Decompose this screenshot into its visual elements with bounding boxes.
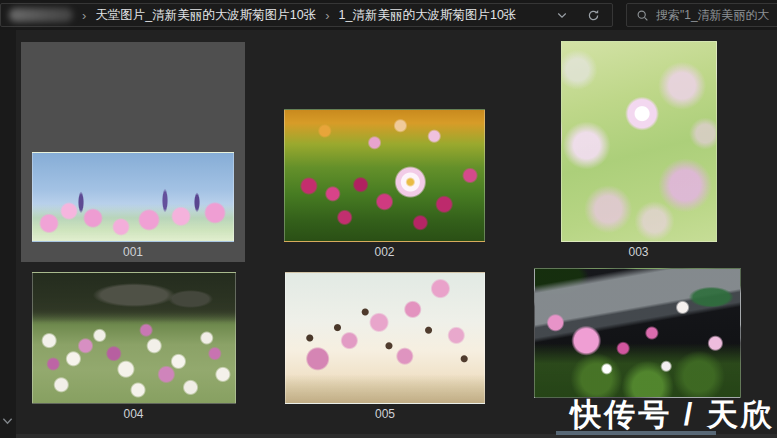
file-item-002[interactable]: 002 xyxy=(263,42,506,262)
breadcrumb-item-current[interactable]: 1_清新美丽的大波斯菊图片10张 xyxy=(339,7,517,24)
file-item-005[interactable]: 005 xyxy=(265,268,505,424)
thumbnail-001[interactable] xyxy=(32,152,234,242)
breadcrumb-separator-icon[interactable]: › xyxy=(325,9,329,22)
redacted-breadcrumb-segment xyxy=(9,8,73,22)
address-bar[interactable]: › 天堂图片_清新美丽的大波斯菊图片10张 › 1_清新美丽的大波斯菊图片10张 xyxy=(0,3,613,27)
explorer-toolbar: › 天堂图片_清新美丽的大波斯菊图片10张 › 1_清新美丽的大波斯菊图片10张 xyxy=(0,0,777,30)
thumbnail-004[interactable] xyxy=(32,272,236,404)
left-gutter xyxy=(0,30,16,438)
breadcrumb-item-parent[interactable]: 天堂图片_清新美丽的大波斯菊图片10张 xyxy=(95,7,316,24)
address-dropdown-button[interactable] xyxy=(551,4,573,26)
file-label-003: 003 xyxy=(628,242,648,262)
thumbnail-006[interactable] xyxy=(534,268,741,398)
chevron-down-icon xyxy=(556,9,568,21)
file-label-005: 005 xyxy=(375,404,395,424)
refresh-button[interactable] xyxy=(582,4,604,26)
thumbnail-005[interactable] xyxy=(285,272,485,404)
refresh-icon xyxy=(587,9,600,22)
search-box[interactable] xyxy=(626,3,777,27)
file-label-002: 002 xyxy=(374,242,394,262)
breadcrumb-separator-icon[interactable]: › xyxy=(82,9,86,22)
file-label-001: 001 xyxy=(123,242,143,262)
thumbnail-003[interactable] xyxy=(561,41,717,242)
chevron-down-icon[interactable] xyxy=(2,412,13,430)
search-icon xyxy=(636,9,649,22)
watermark-text: 快传号 / 天欣 xyxy=(570,394,775,436)
file-item-001[interactable]: 001 xyxy=(21,42,245,262)
thumbnail-002[interactable] xyxy=(284,109,485,242)
watermark-underline xyxy=(556,431,716,435)
file-item-003[interactable]: 003 xyxy=(517,42,760,262)
file-item-004[interactable]: 004 xyxy=(22,270,245,424)
file-label-004: 004 xyxy=(123,404,143,424)
search-input[interactable] xyxy=(656,8,769,22)
file-grid: 001 002 003 004 005 快传号 / 天欣 xyxy=(0,30,777,438)
